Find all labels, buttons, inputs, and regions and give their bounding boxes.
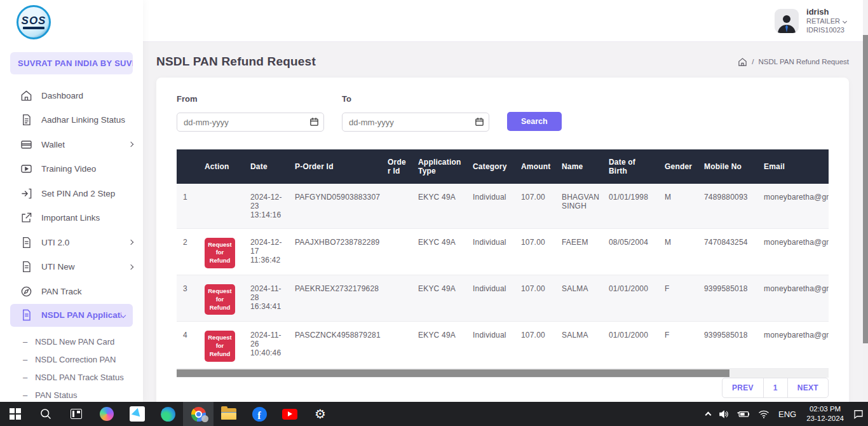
chevron-right-icon — [128, 142, 133, 147]
sidebar-item-training-video[interactable]: Training Video — [0, 157, 143, 182]
document-icon — [20, 309, 32, 321]
calendar-icon[interactable] — [309, 117, 319, 127]
cell-apptype: EKYC 49A — [412, 322, 466, 368]
cell-apptype: EKYC 49A — [412, 228, 466, 275]
taskbar-search-button[interactable] — [31, 402, 61, 426]
top-header: idrish RETAILER IDRIS10023 — [143, 0, 863, 42]
search-button[interactable]: Search — [507, 112, 562, 131]
start-button[interactable] — [0, 402, 31, 426]
cell-amount: 107.00 — [515, 275, 555, 321]
col-category: Category — [466, 149, 515, 184]
table-row: 2 Request for Refund 2024-12-17 11:36:42… — [177, 228, 829, 275]
calendar-icon[interactable] — [475, 117, 484, 127]
edge-button[interactable] — [153, 402, 183, 426]
flutter-app-button[interactable] — [122, 402, 153, 426]
sidebar-subitem-nsdl-pan-track-status[interactable]: – NSDL PAN Track Status — [0, 369, 143, 387]
sidebar-subitem-label: NSDL PAN Track Status — [35, 373, 123, 382]
col-email: Email — [757, 149, 829, 184]
home-icon[interactable] — [738, 57, 747, 67]
content-card: From To Search — [156, 78, 849, 402]
battery-charging-icon — [736, 409, 750, 419]
cell-apptype: EKYC 49A — [412, 184, 466, 228]
language-indicator[interactable]: ENG — [773, 402, 801, 426]
sidebar-item-important-links[interactable]: Important Links — [0, 206, 143, 231]
sidebar-item-uti-2[interactable]: UTI 2.0 — [0, 230, 143, 255]
request-refund-button[interactable]: Request for Refund — [205, 238, 235, 268]
sidebar-item-dashboard[interactable]: Dashboard — [0, 83, 143, 108]
sidebar-item-label: PAN Track — [41, 287, 133, 296]
task-view-button[interactable] — [61, 402, 92, 426]
facebook-icon: f — [252, 407, 267, 422]
cell-sn: 1 — [177, 184, 198, 228]
sidebar-item-wallet[interactable]: Wallet — [0, 132, 143, 157]
col-name: Name — [555, 149, 602, 184]
sidebar-item-aadhar-linking-status[interactable]: Aadhar Linking Status — [0, 108, 143, 133]
copilot-button[interactable] — [92, 402, 122, 426]
request-refund-button[interactable]: Request for Refund — [205, 331, 235, 361]
youtube-button[interactable] — [275, 402, 305, 426]
cell-order — [381, 184, 412, 228]
document-icon — [20, 237, 32, 249]
page-number-button[interactable]: 1 — [764, 378, 788, 397]
user-meta: idrish RETAILER IDRIS10023 — [806, 7, 846, 35]
sidebar-item-label: NSDL PAN Application — [41, 310, 121, 320]
cell-mobile: 7470843254 — [698, 228, 757, 275]
settings-button[interactable]: ⚙ — [305, 402, 336, 426]
sidebar-item-nsdl-pan-application[interactable]: NSDL PAN Application — [10, 304, 133, 327]
vertical-scrollbar-thumb[interactable] — [863, 35, 868, 343]
clock[interactable]: 02:03 PM 23-12-2024 — [801, 402, 849, 426]
refund-table-container: Action Date P-Order Id Order Id Applicat… — [177, 149, 829, 369]
user-role: RETAILER — [806, 17, 846, 26]
sidebar-subitem-pan-status[interactable]: – PAN Status — [0, 387, 143, 402]
cell-email: moneybaretha@gm — [757, 322, 829, 368]
battery-button[interactable] — [733, 402, 754, 426]
to-date-input[interactable] — [342, 113, 489, 132]
sidebar-item-uti-new[interactable]: UTI New — [0, 255, 143, 280]
sidebar-item-pan-track[interactable]: PAN Track — [0, 279, 143, 304]
user-menu[interactable]: idrish RETAILER IDRIS10023 — [775, 7, 846, 35]
sidebar-subitem-nsdl-new-pan-card[interactable]: – NSDL New PAN Card — [0, 333, 143, 351]
cell-dob: 01/01/1998 — [602, 184, 658, 228]
cell-porder: PAFGYND05903883307 — [288, 184, 381, 228]
logo[interactable]: SOS — [0, 0, 143, 48]
file-explorer-button[interactable] — [214, 402, 244, 426]
action-center-button[interactable] — [849, 402, 868, 426]
vertical-scrollbar[interactable] — [863, 0, 868, 402]
bullet: – — [23, 390, 27, 400]
network-button[interactable] — [754, 402, 773, 426]
cell-action: Request for Refund — [198, 228, 244, 275]
wallet-icon — [20, 139, 32, 151]
sidebar-subitem-nsdl-correction-pan[interactable]: – NSDL Correction PAN — [0, 351, 143, 369]
chrome-button[interactable] — [183, 402, 214, 426]
chrome-profile-badge — [201, 415, 208, 422]
cell-amount: 107.00 — [515, 322, 555, 368]
sidebar-item-label: Dashboard — [41, 91, 133, 100]
logo-text: SOS — [22, 15, 46, 26]
horizontal-scrollbar[interactable] — [177, 369, 829, 378]
page-header: NSDL PAN Refund Request / NSDL PAN Refun… — [143, 42, 863, 78]
request-refund-button[interactable]: Request for Refund — [205, 284, 235, 315]
tray-expand-button[interactable] — [702, 402, 714, 426]
video-icon — [20, 163, 32, 175]
facebook-button[interactable]: f — [244, 402, 275, 426]
sidebar-item-set-pin[interactable]: Set PIN And 2 Step — [0, 181, 143, 206]
from-date-input[interactable] — [177, 113, 324, 132]
chevron-down-icon — [121, 312, 126, 317]
cell-date: 2024-11-28 16:34:41 — [244, 275, 288, 321]
cell-action — [198, 184, 244, 228]
cell-name: BHAGVAN SINGH — [555, 184, 602, 228]
bullet: – — [23, 373, 27, 382]
app-window: SOS SUVRAT PAN INDIA BY SUVRAT Dashboard… — [0, 0, 868, 402]
sidebar-nav: Dashboard Aadhar Linking Status Wallet T… — [0, 81, 143, 402]
cell-porder: PAAJXHBO7238782289 — [288, 228, 381, 275]
col-sn — [177, 149, 198, 184]
prev-page-button[interactable]: PREV — [722, 378, 764, 397]
next-page-button[interactable]: NEXT — [788, 378, 828, 397]
cell-category: Individual — [466, 322, 515, 368]
volume-button[interactable] — [714, 402, 733, 426]
search-icon — [39, 408, 52, 420]
tray-time: 02:03 PM — [806, 404, 844, 414]
horizontal-scrollbar-thumb[interactable] — [177, 369, 729, 377]
col-dob: Date of Birth — [602, 149, 658, 184]
notification-icon — [853, 408, 864, 420]
